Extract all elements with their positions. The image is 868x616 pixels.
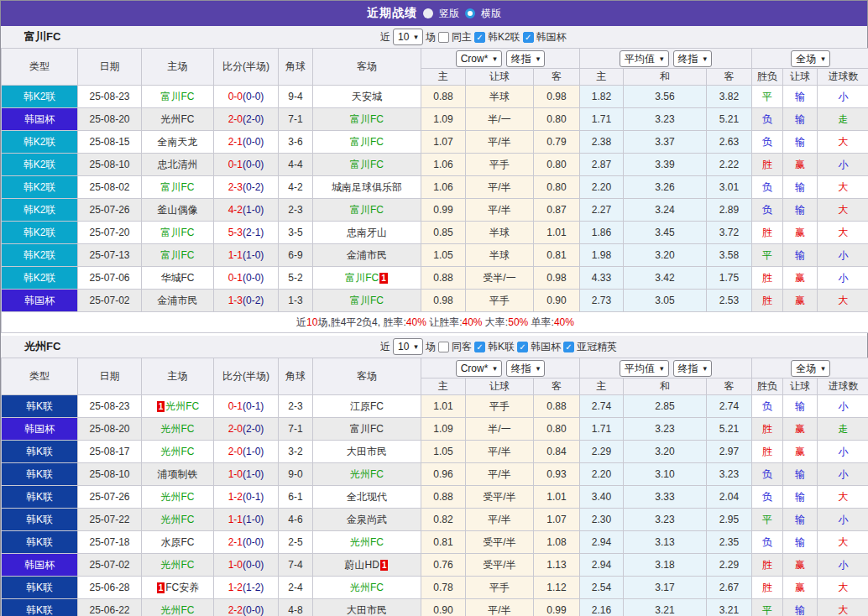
euro-dropdowns: 平均值▾终指▾ [580,358,752,378]
home-team[interactable]: 忠北清州 [158,159,198,170]
league-checkbox[interactable]: ✓ [563,342,574,352]
fulltime-score: 2-0 [228,446,243,457]
near-label: 近 [380,30,390,44]
odds-source-select[interactable]: Crow*▾ [456,50,502,67]
euro-source-select[interactable]: 平均值▾ [620,50,669,67]
corner-cell: 7-4 [279,554,313,577]
result-cell: 走 [818,418,868,441]
home-team[interactable]: 富川FC [161,249,195,261]
home-team[interactable]: FC安养 [165,582,199,593]
away-team[interactable]: 富川FC [345,272,379,284]
euro-odds-cell: 3.23 [624,108,707,131]
home-team-cell: 华城FC [142,267,214,290]
league-checkbox[interactable]: ✓ [523,32,534,43]
filter-controls: 近10▾场同主✓韩K2联✓韩国杯 [380,29,567,45]
home-team[interactable]: 光州FC [161,559,195,571]
away-team[interactable]: 光州FC [350,468,384,480]
home-team[interactable]: 富川FC [161,227,195,238]
league-checkbox[interactable]: ✓ [517,342,528,352]
home-team[interactable]: 光州FC [161,446,195,457]
result-cell: 平 [752,244,783,267]
home-team[interactable]: 金浦市民 [158,295,198,306]
away-team[interactable]: 蔚山HD [345,559,379,571]
odds-source-select[interactable]: Crow*▾ [456,360,502,377]
handicap-odds-cell: 受半/一 [466,267,534,290]
result-cell: 胜 [752,441,783,463]
home-team[interactable]: 华城FC [161,272,195,284]
league-checkbox[interactable]: ✓ [474,342,485,352]
away-team[interactable]: 金泉尚武 [347,514,387,525]
home-team[interactable]: 光州FC [161,113,195,125]
away-team[interactable]: 富川FC [350,159,384,170]
home-team[interactable]: 富川FC [161,91,195,102]
league-checkbox[interactable]: ✓ [474,32,485,43]
halftime-score: (0-0) [243,604,264,616]
odds-time-select[interactable]: 终指▾ [506,50,546,67]
date-cell: 25-07-06 [78,267,142,290]
column-header: 角球 [279,358,313,395]
scope-select[interactable]: 全场▾ [791,50,830,67]
league-checkbox-label: 亚冠精英 [577,340,617,354]
match-row: 韩K联25-08-10浦项制铁1-0(1-0)9-0光州FC0.96平/半0.9… [2,463,868,486]
home-team[interactable]: 富川FC [161,181,195,193]
home-team[interactable]: 釜山偶像 [158,204,198,216]
home-team[interactable]: 光州FC [161,491,195,503]
home-team[interactable]: 光州FC [161,514,195,525]
away-team-cell: 富川FC1 [313,267,421,290]
sub-column-header: 主 [580,378,624,395]
home-team[interactable]: 浦项制铁 [158,468,198,480]
layout-radio-horizontal[interactable] [465,8,475,18]
halftime-score: (1-0) [243,446,264,457]
away-team[interactable]: 富川FC [350,295,384,306]
layout-radio-vertical[interactable] [423,8,433,18]
column-header: 比分(半场) [214,358,279,395]
summary-segment: 40% [406,316,426,328]
match-count-select[interactable]: 10▾ [393,338,423,355]
away-team[interactable]: 富川FC [350,113,384,125]
scope-select[interactable]: 全场▾ [791,360,830,377]
handicap-odds-cell: 受平/半 [466,554,534,577]
away-team[interactable]: 大田市民 [347,604,387,616]
home-team[interactable]: 全南天龙 [158,136,198,148]
home-team[interactable]: 光州FC [165,400,199,412]
date-cell: 25-07-13 [78,244,142,267]
score-cell: 2-0(1-0) [214,441,279,463]
away-team[interactable]: 忠南牙山 [347,227,387,238]
away-team[interactable]: 富川FC [350,204,384,216]
away-team-cell: 忠南牙山 [313,222,421,244]
league-badge: 韩K2联 [2,131,78,154]
same-venue-checkbox[interactable] [438,342,449,352]
fulltime-score: 1-1 [228,249,243,261]
score-cell: 1-1(1-0) [214,509,279,531]
euro-source-select[interactable]: 平均值▾ [620,360,669,377]
away-team[interactable]: 富川FC [350,136,384,148]
away-team[interactable]: 天安城 [352,91,382,102]
chevron-down-icon: ▾ [821,363,825,374]
same-venue-checkbox[interactable] [438,32,449,43]
away-team[interactable]: 全北现代 [347,491,387,503]
league-badge: 韩K联 [2,577,78,599]
away-team[interactable]: 金浦市民 [347,249,387,261]
odds-time-select[interactable]: 终指▾ [506,360,546,377]
home-team[interactable]: 光州FC [161,604,195,616]
euro-odds-cell: 3.37 [624,131,707,154]
home-team[interactable]: 水原FC [161,536,195,548]
euro-time-select[interactable]: 终指▾ [673,360,713,377]
away-team[interactable]: 光州FC [350,536,384,548]
away-team[interactable]: 富川FC [350,423,384,435]
home-team-cell: 忠北清州 [142,154,214,176]
handicap-dropdowns: Crow*▾终指▾ [421,358,580,378]
match-row: 韩K联25-07-22光州FC1-1(1-0)4-6金泉尚武0.82平/半1.0… [2,509,868,531]
home-team[interactable]: 光州FC [161,423,195,435]
away-team[interactable]: 光州FC [350,582,384,593]
away-team[interactable]: 大田市民 [347,446,387,457]
euro-odds-cell: 3.23 [707,463,752,486]
corner-cell: 4-6 [279,509,313,531]
away-team[interactable]: 城南足球俱乐部 [332,181,402,193]
away-team[interactable]: 江原FC [350,400,384,412]
euro-time-select[interactable]: 终指▾ [673,50,713,67]
match-count-select[interactable]: 10▾ [393,29,423,45]
corner-cell: 2-3 [279,199,313,222]
halftime-score: (1-0) [243,468,264,480]
column-header: 日期 [78,358,142,395]
